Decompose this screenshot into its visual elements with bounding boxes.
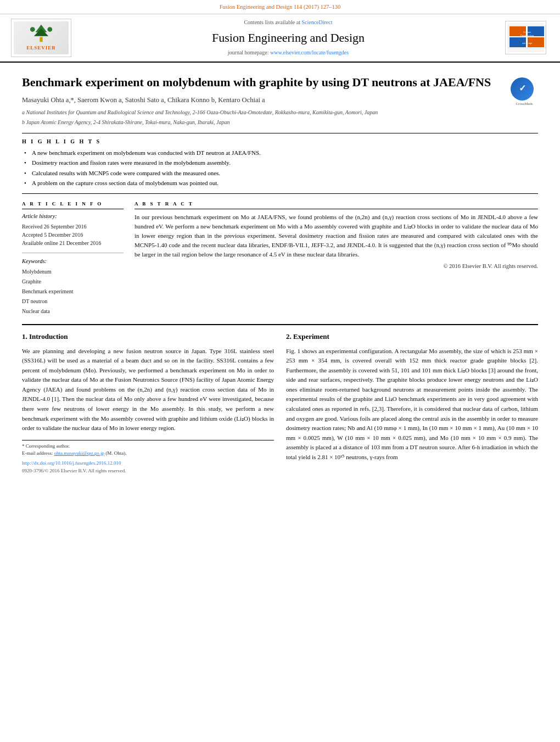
homepage-link[interactable]: www.elsevier.com/locate/fusengdes (270, 49, 349, 55)
keyword-2: Graphite (22, 277, 124, 287)
body-two-col: 1. Introduction We are planning and deve… (22, 332, 538, 475)
abstract-label: A B S T R A C T (135, 200, 538, 209)
sciencedirect-link[interactable]: ScienceDirect (301, 19, 332, 25)
section1-text: We are planning and developing a new fus… (22, 347, 274, 433)
svg-point-4 (47, 27, 52, 32)
info-abstract-cols: A R T I C L E I N F O Article history: R… (22, 200, 538, 316)
accepted-date: Accepted 5 December 2016 (22, 231, 124, 239)
journal-citation: Fusion Engineering and Design 114 (2017)… (0, 0, 560, 14)
footnote-section: * Corresponding author. E-mail address: … (22, 440, 274, 475)
highlight-item-1: A new benchmark experiment on molybdenum… (22, 149, 538, 157)
highlight-item-4: A problem on the capture cross section d… (22, 179, 538, 187)
available-date: Available online 21 December 2016 (22, 239, 124, 247)
elsevier-wordmark: ELSEVIER (26, 44, 56, 52)
footnote-corresponding: * Corresponding author. (22, 443, 274, 450)
crossmark-text: CrossMark (511, 102, 538, 107)
info-separator (22, 253, 124, 253)
section2-text: Fig. 1 shows an experimental configurati… (286, 347, 538, 462)
article-title: Benchmark experiment on molybdenum with … (22, 75, 502, 91)
footer-copyright: 0920-3796/© 2016 Elsevier B.V. All right… (22, 467, 274, 475)
journal-logo-box: Fusion Engineering and Design (507, 23, 544, 52)
journal-header: ELSEVIER Contents lists available at Sci… (0, 14, 560, 63)
highlights-section: H I G H L I G H T S A new benchmark expe… (22, 133, 538, 194)
article-info-col: A R T I C L E I N F O Article history: R… (22, 200, 124, 316)
affiliation-b: b Japan Atomic Energy Agency, 2-4 Shirak… (22, 119, 502, 126)
journal-logo-right: Fusion Engineering and Design (505, 21, 549, 54)
section2-heading: 2. Experiment (286, 332, 538, 342)
keyword-4: DT neutron (22, 297, 124, 306)
svg-text:and Design: and Design (522, 42, 532, 44)
contents-line: Contents lists available at ScienceDirec… (77, 19, 500, 26)
article-info-label: A R T I C L E I N F O (22, 200, 124, 209)
article-title-block: Benchmark experiment on molybdenum with … (22, 75, 502, 129)
article-history: Article history: Received 26 September 2… (22, 213, 124, 247)
abstract-text: In our previous benchmark experiment on … (135, 213, 538, 259)
highlight-item-3: Calculated results with MCNP5 code were … (22, 169, 538, 177)
citation-text: Fusion Engineering and Design 114 (2017)… (220, 4, 341, 10)
article-top: Benchmark experiment on molybdenum with … (22, 75, 538, 129)
highlight-item-2: Dosimetry reaction and fission rates wer… (22, 159, 538, 167)
footnote-email: E-mail address: ohta.masayuki@qst.go.jp … (22, 450, 274, 458)
doi-link[interactable]: http://dx.doi.org/10.1016/j.fusengdes.20… (22, 460, 274, 467)
keywords-list: Molybdenum Graphite Benchmark experiment… (22, 267, 124, 316)
abstract-copyright: © 2016 Elsevier B.V. All rights reserved… (135, 263, 538, 271)
body-divider (22, 324, 538, 325)
section1-col: 1. Introduction We are planning and deve… (22, 332, 274, 475)
elsevier-logo: ELSEVIER (11, 19, 71, 57)
affiliation-a: a National Institutes for Quantum and Ra… (22, 109, 502, 116)
main-content: Benchmark experiment on molybdenum with … (0, 63, 560, 480)
svg-point-3 (30, 27, 35, 32)
journal-name: Fusion Engineering and Design (77, 30, 500, 47)
received-date: Received 26 September 2016 (22, 222, 124, 231)
svg-text:Engineering: Engineering (520, 34, 534, 37)
keyword-1: Molybdenum (22, 267, 124, 277)
crossmark: ✓ CrossMark (511, 77, 538, 107)
history-title: Article history: (22, 213, 124, 221)
email-link[interactable]: ohta.masayuki@qst.go.jp (54, 450, 104, 456)
authors: Masayuki Ohta a,*, Saerom Kwon a, Satosh… (22, 96, 502, 105)
keywords-title: Keywords: (22, 258, 124, 266)
svg-text:Fusion: Fusion (523, 31, 531, 34)
keyword-5: Nuclear data (22, 306, 124, 316)
crossmark-icon: ✓ (511, 77, 534, 101)
highlights-label: H I G H L I G H T S (22, 138, 538, 146)
page: Fusion Engineering and Design 114 (2017)… (0, 0, 560, 742)
keywords-section: Keywords: Molybdenum Graphite Benchmark … (22, 258, 124, 317)
journal-title-center: Contents lists available at ScienceDirec… (77, 19, 500, 57)
homepage-line: journal homepage: www.elsevier.com/locat… (77, 49, 500, 57)
section1-heading: 1. Introduction (22, 332, 274, 342)
keyword-3: Benchmark experiment (22, 287, 124, 297)
svg-rect-0 (40, 37, 42, 42)
abstract-col: A B S T R A C T In our previous benchmar… (135, 200, 538, 316)
section2-col: 2. Experiment Fig. 1 shows an experiment… (286, 332, 538, 475)
